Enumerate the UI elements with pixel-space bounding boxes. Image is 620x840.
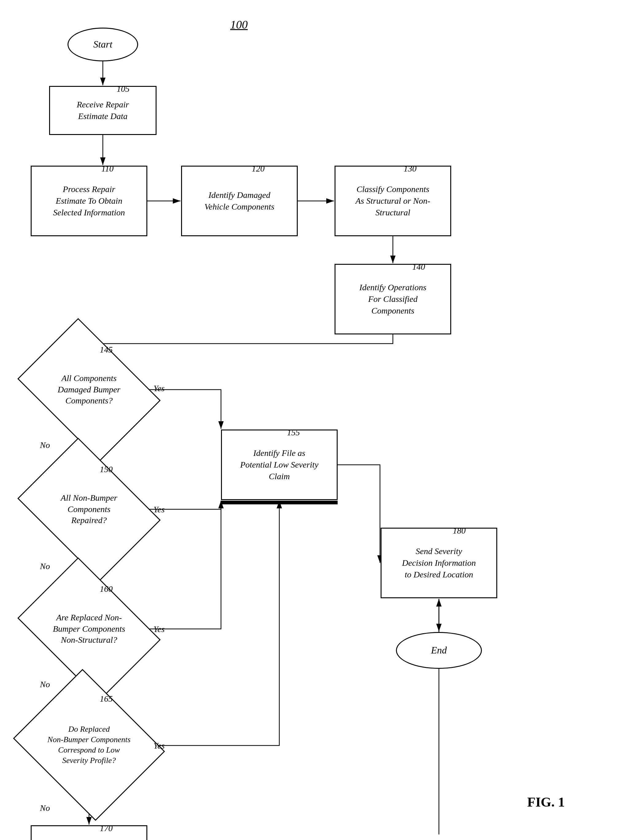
- node-110: Process RepairEstimate To ObtainSelected…: [31, 166, 147, 236]
- no-150: No: [40, 561, 50, 571]
- node-155-text: Identify File asPotential Low SeverityCl…: [235, 444, 323, 485]
- node-160-text: Are Replaced Non-Bumper ComponentsNon-St…: [50, 609, 128, 649]
- diagram-title: 100: [230, 18, 248, 31]
- node-165-text: Do ReplacedNon-Bumper ComponentsCorrespo…: [45, 721, 134, 768]
- node-120: Identify DamagedVehicle Components: [181, 166, 298, 236]
- label-165: 165: [100, 694, 113, 704]
- yes-145: Yes: [153, 383, 164, 393]
- node-150-text: All Non-BumperComponentsRepaired?: [58, 489, 120, 529]
- node-160: Are Replaced Non-Bumper ComponentsNon-St…: [31, 586, 147, 672]
- start-label: Start: [93, 38, 112, 51]
- node-130: Classify ComponentsAs Structural or Non-…: [334, 166, 451, 236]
- node-105-text: Receive RepairEstimate Data: [72, 96, 134, 125]
- fig-label: FIG. 1: [527, 794, 565, 810]
- node-150: All Non-BumperComponentsRepaired?: [31, 466, 147, 552]
- node-140: Identify OperationsFor ClassifiedCompone…: [334, 264, 451, 334]
- label-130: 130: [403, 164, 417, 174]
- page: 100: [0, 0, 620, 840]
- node-165: Do ReplacedNon-Bumper ComponentsCorrespo…: [31, 696, 147, 794]
- node-130-text: Classify ComponentsAs Structural or Non-…: [351, 180, 435, 221]
- node-145-text: All ComponentsDamaged BumperComponents?: [55, 370, 124, 409]
- label-105: 105: [117, 84, 129, 94]
- node-170-text: Identify File as Non-Low Severity Claim: [49, 838, 129, 840]
- node-180: Send SeverityDecision Informationto Desi…: [381, 528, 497, 598]
- label-120: 120: [252, 164, 265, 174]
- label-160: 160: [100, 584, 113, 594]
- node-110-text: Process RepairEstimate To ObtainSelected…: [48, 180, 129, 221]
- node-170: Identify File as Non-Low Severity Claim: [31, 825, 147, 840]
- node-155: Identify File asPotential Low SeverityCl…: [221, 430, 338, 500]
- node-140-text: Identify OperationsFor ClassifiedCompone…: [355, 279, 431, 319]
- flowchart: 100: [18, 12, 602, 834]
- label-145: 145: [100, 345, 113, 355]
- start-oval: Start: [68, 28, 138, 62]
- no-165: No: [40, 803, 50, 813]
- label-150: 150: [100, 464, 113, 474]
- no-145: No: [40, 440, 50, 450]
- svg-rect-11: [221, 501, 338, 504]
- label-110: 110: [101, 164, 114, 174]
- label-140: 140: [412, 262, 425, 272]
- end-label: End: [431, 644, 447, 657]
- yes-160: Yes: [153, 624, 164, 634]
- yes-165: Yes: [153, 741, 164, 751]
- no-160: No: [40, 679, 50, 689]
- node-145: All ComponentsDamaged BumperComponents?: [31, 347, 147, 433]
- label-180: 180: [453, 526, 466, 536]
- label-155: 155: [287, 428, 300, 437]
- label-170: 170: [100, 823, 113, 833]
- end-oval: End: [396, 632, 482, 669]
- yes-150: Yes: [153, 505, 164, 514]
- node-180-text: Send SeverityDecision Informationto Desi…: [397, 542, 480, 583]
- node-120-text: Identify DamagedVehicle Components: [200, 186, 279, 216]
- node-105: Receive RepairEstimate Data: [49, 86, 157, 135]
